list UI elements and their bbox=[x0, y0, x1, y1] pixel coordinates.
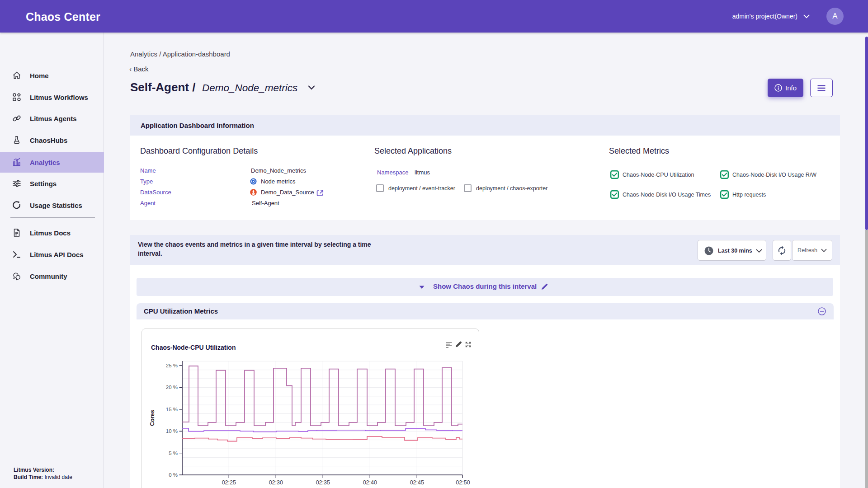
svg-text:02:40: 02:40 bbox=[363, 479, 377, 486]
svg-text:25 %: 25 % bbox=[166, 363, 178, 368]
svg-text:10 %: 10 % bbox=[166, 428, 178, 434]
svg-text:02:35: 02:35 bbox=[316, 479, 330, 486]
svg-text:20 %: 20 % bbox=[166, 385, 178, 390]
svg-text:Cores: Cores bbox=[149, 410, 156, 426]
svg-text:5 %: 5 % bbox=[169, 450, 178, 456]
svg-text:02:25: 02:25 bbox=[222, 479, 236, 486]
svg-text:02:50: 02:50 bbox=[456, 479, 470, 486]
svg-text:0 %: 0 % bbox=[169, 472, 178, 478]
svg-text:02:45: 02:45 bbox=[410, 479, 424, 486]
svg-text:15 %: 15 % bbox=[166, 407, 178, 412]
svg-text:02:30: 02:30 bbox=[269, 479, 283, 486]
